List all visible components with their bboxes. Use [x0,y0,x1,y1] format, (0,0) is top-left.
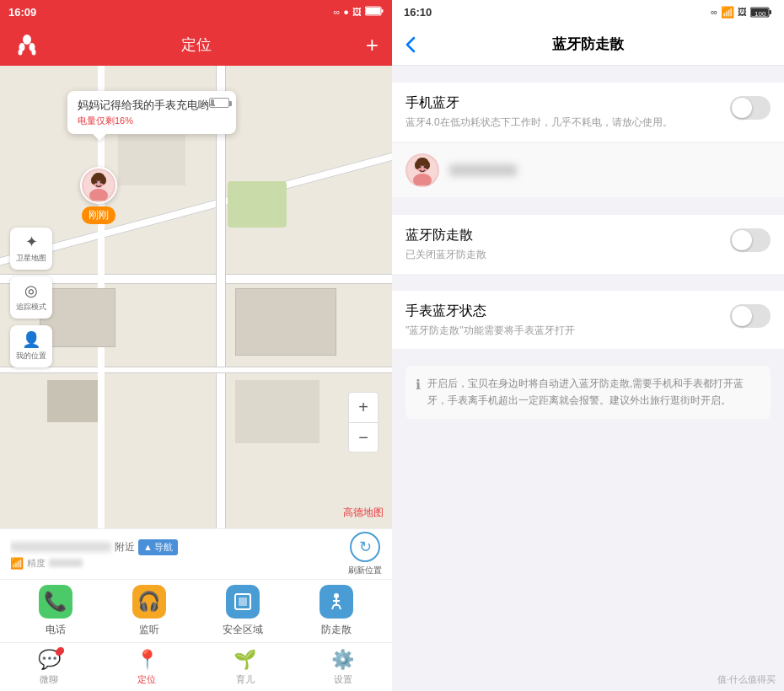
watch-bt-text: 手表蓝牙状态 "蓝牙防走散"功能需要将手表蓝牙打开 [405,303,720,338]
page-watermark: 值·什么值得买 [392,668,784,691]
parenting-icon: 🌱 [234,649,256,671]
svg-line-23 [332,605,334,609]
locate-icon: 📍 [136,649,158,671]
zone-icon [226,585,260,619]
watch-bt-title: 手表蓝牙状态 [405,303,720,320]
satellite-button[interactable]: ✦ 卫星地图 [10,228,52,270]
phone-button[interactable]: 📞 电话 [8,585,102,637]
block3 [118,135,185,185]
map-area[interactable]: 妈妈记得给我的手表充电哟~ 电量仅剩16% [0,66,392,528]
svg-line-24 [339,605,341,609]
profile-name-blurred [449,164,517,176]
phone-label: 电话 [46,623,66,637]
svg-rect-2 [366,8,380,14]
watch-bt-toggle[interactable] [730,304,771,328]
map-marker[interactable]: 刚刚 [80,167,117,224]
section-watch-bt: 手表蓝牙状态 "蓝牙防走散"功能需要将手表蓝牙打开 [392,291,784,350]
my-location-button[interactable]: 👤 我的位置 [10,325,52,367]
wander-icon [320,585,353,619]
info-bar: 附近 ▲ 导航 📶 精度 ↻ 刷新位置 [0,528,392,579]
zone-button[interactable]: 安全区域 [196,585,290,637]
profile-avatar [405,153,439,187]
navigation-button[interactable]: ▲ 导航 [138,539,178,555]
phone-bluetooth-title: 手机蓝牙 [405,94,720,112]
refresh-button[interactable]: ↻ 刷新位置 [348,532,382,576]
phone-icon: 📞 [39,585,72,619]
info-note: ℹ 开启后，宝贝在身边时将自动进入蓝牙防走散,需要手机和手表都打开蓝牙，手表离手… [405,366,771,418]
green-area [228,181,287,228]
signal-icon-right: ∞ [711,7,717,17]
road-h1 [0,274,392,284]
info-note-text: 开启后，宝贝在身边时将自动进入蓝牙防走散,需要手机和手表都打开蓝牙，手表离手机超… [427,376,760,408]
zoom-out-button[interactable]: − [348,422,379,453]
profile-section [392,143,784,198]
page-title-left: 定位 [181,35,212,55]
status-bar-right: 16:10 ∞ 📶 🖼 100 [392,0,784,24]
battery-left [365,6,384,18]
svg-point-7 [32,50,36,56]
action-bar: 📞 电话 🎧 监听 安全区域 [0,579,392,642]
foot-icon [13,31,40,58]
popup-message: 妈妈记得给我的手表充电哟~ [78,98,226,113]
wander-button[interactable]: 防走散 [290,585,384,637]
info-address-area: 附近 ▲ 导航 📶 精度 [10,539,340,570]
section-bt-wander: 蓝牙防走散 已关闭蓝牙防走散 [392,215,784,274]
road-v1 [216,66,226,528]
nearby-text: 附近 [115,540,135,554]
bt-wander-toggle[interactable] [730,228,771,252]
svg-point-6 [19,50,23,56]
phone-bluetooth-desc: 蓝牙4.0在低功耗状态下工作时，几乎不耗电，请放心使用。 [405,115,720,130]
phone-bluetooth-toggle[interactable] [730,96,771,120]
svg-point-18 [334,593,339,598]
wander-label: 防走散 [321,623,352,637]
map-watermark: 高德地图 [343,506,384,520]
battery-right: 100 [750,7,772,18]
svg-point-3 [23,35,31,45]
map-controls: ✦ 卫星地图 ◎ 追踪模式 👤 我的位置 [10,228,52,367]
accuracy-blurred [49,559,83,567]
nav-item-chat[interactable]: 💬 微聊 [0,649,98,686]
map-canvas [0,66,392,528]
svg-text:100: 100 [754,9,766,17]
settings-label: 设置 [334,673,352,686]
info-icon: ℹ [416,377,421,393]
nav-icon: ▲ [143,542,153,552]
satellite-icon: ✦ [25,233,38,251]
zone-label: 安全区域 [223,623,263,637]
top-bar-left: 定位 + [0,24,392,66]
phone-bluetooth-row: 手机蓝牙 蓝牙4.0在低功耗状态下工作时，几乎不耗电，请放心使用。 [392,83,784,142]
bottom-nav-left: 💬 微聊 📍 定位 🌱 育儿 ⚙️ 设置 [0,642,392,691]
track-icon: ◎ [24,281,38,300]
block5 [235,380,320,443]
satellite-label: 卫星地图 [16,253,46,264]
add-button[interactable]: + [366,34,379,56]
nav-item-parenting[interactable]: 🌱 育儿 [196,649,294,686]
refresh-label: 刷新位置 [348,565,382,576]
address-line: 附近 ▲ 导航 [10,539,340,555]
monitor-button[interactable]: 🎧 监听 [102,585,196,637]
svg-rect-26 [770,10,772,14]
signal-icon-left: ∞ [334,7,341,17]
svg-point-36 [425,161,430,169]
left-panel: 16:09 ∞ ● 🖼 定位 + [0,0,392,691]
svg-rect-17 [239,597,247,606]
my-location-label: 我的位置 [16,351,46,362]
chat-label: 微聊 [40,673,58,686]
status-icons-left: ∞ ● 🖼 [334,6,384,18]
back-button[interactable] [405,36,416,53]
marker-time-label: 刚刚 [82,206,115,224]
nav-item-settings[interactable]: ⚙️ 设置 [294,649,392,686]
wifi-icon-right: 📶 [721,6,734,19]
popup-tail [93,134,106,141]
track-button[interactable]: ◎ 追踪模式 [10,276,52,319]
chat-icon: 💬 [38,649,61,671]
right-panel: 16:10 ∞ 📶 🖼 100 蓝牙防走散 手机蓝牙 [392,0,784,691]
phone-bluetooth-text: 手机蓝牙 蓝牙4.0在低功耗状态下工作时，几乎不耗电，请放心使用。 [405,94,720,130]
zoom-controls: + − [348,392,379,453]
nav-item-locate[interactable]: 📍 定位 [98,649,196,686]
zoom-in-button[interactable]: + [348,392,379,422]
monitor-label: 监听 [139,623,159,637]
profile-row [392,143,784,198]
popup-battery-sub: 电量仅剩16% [78,115,226,127]
top-bar-right: 蓝牙防走散 [392,24,784,66]
